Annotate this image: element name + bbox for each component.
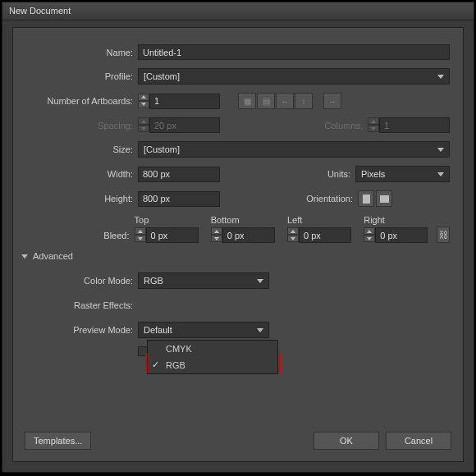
height-label: Height:: [20, 194, 138, 204]
width-input[interactable]: [138, 167, 220, 182]
arrange-grid-col-icon[interactable]: ▤: [257, 93, 275, 109]
advanced-section-toggle[interactable]: Advanced: [21, 251, 450, 261]
arrange-col-icon[interactable]: ↕: [295, 93, 313, 109]
bleed-left-stepper[interactable]: [287, 227, 355, 243]
orientation-landscape-button[interactable]: [376, 190, 392, 207]
bleed-top-input[interactable]: [146, 227, 199, 243]
chevron-down-icon: [257, 328, 263, 332]
titlebar: New Document: [2, 2, 474, 21]
columns-input: [379, 117, 450, 133]
bleed-top-label: Top: [135, 215, 203, 225]
chevron-down-icon: [437, 75, 444, 79]
size-label: Size:: [20, 144, 138, 154]
artboards-stepper[interactable]: [138, 94, 220, 109]
size-dropdown[interactable]: [Custom]: [138, 141, 450, 158]
advanced-label: Advanced: [33, 251, 73, 261]
arrange-rtl-icon[interactable]: →: [323, 93, 341, 109]
chevron-down-icon: [437, 148, 444, 152]
preview-mode-dropdown[interactable]: Default: [138, 322, 269, 338]
columns-label: Columns:: [300, 121, 368, 130]
profile-value: [Custom]: [144, 71, 180, 81]
units-dropdown[interactable]: Pixels: [355, 166, 450, 182]
size-value: [Custom]: [144, 144, 180, 154]
bleed-bottom-input[interactable]: [222, 227, 275, 243]
spacing-input: [149, 117, 220, 133]
chevron-down-icon: [257, 279, 263, 283]
checkmark-icon: ✓: [152, 359, 159, 370]
bleed-left-label: Left: [287, 215, 355, 225]
raster-effects-label: Raster Effects:: [20, 300, 138, 310]
artboards-input[interactable]: [149, 94, 220, 109]
bleed-bottom-stepper[interactable]: [211, 227, 279, 243]
arrange-grid-row-icon[interactable]: ▦: [238, 93, 256, 109]
bleed-left-input[interactable]: [299, 227, 351, 243]
color-mode-value: RGB: [144, 276, 163, 286]
dialog-footer: Templates... OK Cancel: [25, 432, 451, 450]
arrange-row-icon[interactable]: ↔: [276, 93, 294, 109]
window-title: New Document: [9, 6, 71, 16]
content-area: Name: Profile: [Custom] Number of Artboa…: [13, 28, 463, 374]
bleed-right-stepper[interactable]: [364, 227, 432, 243]
templates-button[interactable]: Templates...: [25, 432, 91, 450]
bleed-top-stepper[interactable]: [135, 227, 203, 243]
color-mode-option-rgb[interactable]: ✓ RGB: [148, 357, 277, 373]
preview-mode-label: Preview Mode:: [20, 325, 138, 335]
color-mode-dropdown[interactable]: RGB: [138, 272, 269, 289]
orientation-portrait-button[interactable]: [358, 190, 374, 207]
units-value: Pixels: [361, 169, 385, 179]
landscape-icon: [380, 195, 389, 203]
preview-mode-value: Default: [144, 325, 172, 335]
height-input[interactable]: [138, 191, 220, 207]
link-icon: ⛓: [439, 230, 448, 240]
bleed-label: Bleed:: [20, 231, 135, 243]
color-mode-label: Color Mode:: [20, 276, 138, 286]
width-label: Width:: [20, 169, 138, 179]
name-input[interactable]: [138, 44, 450, 60]
profile-dropdown[interactable]: [Custom]: [138, 68, 450, 85]
artboards-label: Number of Artboards:: [20, 96, 138, 106]
bleed-bottom-label: Bottom: [211, 215, 279, 225]
columns-stepper: [368, 117, 450, 133]
cancel-button[interactable]: Cancel: [386, 432, 451, 450]
bleed-right-label: Right: [364, 215, 432, 225]
chevron-down-icon: [437, 172, 444, 176]
name-label: Name:: [20, 48, 138, 57]
profile-label: Profile:: [20, 71, 138, 81]
spacing-stepper: [138, 117, 220, 133]
portrait-icon: [363, 195, 370, 204]
ok-button[interactable]: OK: [314, 432, 379, 450]
disclosure-triangle-icon: [21, 254, 28, 259]
dialog-body: Name: Profile: [Custom] Number of Artboa…: [12, 27, 464, 462]
color-mode-option-cmyk[interactable]: CMYK: [148, 341, 277, 357]
units-label: Units:: [288, 169, 355, 179]
bleed-right-input[interactable]: [375, 227, 428, 243]
color-mode-dropdown-list[interactable]: CMYK ✓ RGB: [147, 340, 278, 374]
spacing-label: Spacing:: [20, 121, 138, 130]
orientation-label: Orientation:: [291, 194, 358, 204]
bleed-link-button[interactable]: ⛓: [437, 227, 450, 243]
window-frame: New Document Name: Profile: [Custom] Num…: [2, 2, 474, 473]
